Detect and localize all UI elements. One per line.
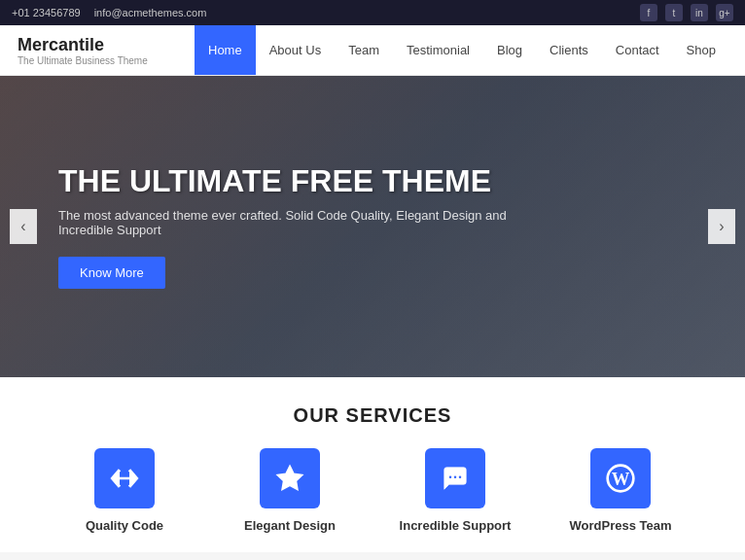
incredible-support-icon: [425, 448, 485, 508]
hero-section: ‹ THE ULTIMATE FREE THEME The most advan…: [0, 76, 745, 377]
main-nav: Home About Us Team Testimonial Blog Clie…: [195, 25, 729, 75]
nav-testimonial[interactable]: Testimonial: [393, 25, 483, 75]
brand: Mercantile The Ultimate Business Theme: [0, 25, 195, 75]
linkedin-icon[interactable]: in: [691, 4, 708, 21]
svg-text:W: W: [612, 469, 630, 489]
svg-point-3: [454, 476, 457, 479]
nav-blog[interactable]: Blog: [483, 25, 536, 75]
hero-prev-button[interactable]: ‹: [10, 209, 37, 244]
services-title: OUR SERVICES: [19, 404, 726, 427]
elegant-design-icon: [260, 448, 320, 508]
nav-contact[interactable]: Contact: [602, 25, 673, 75]
twitter-icon[interactable]: t: [665, 4, 683, 21]
phone-number: +01 23456789: [12, 7, 81, 18]
social-icons: f t in g+: [640, 4, 733, 21]
svg-marker-1: [278, 467, 302, 490]
svg-point-2: [449, 476, 452, 479]
header: Mercantile The Ultimate Business Theme H…: [0, 25, 745, 76]
hero-title: THE ULTIMATE FREE THEME: [58, 164, 525, 198]
quality-code-label: Quality Code: [86, 518, 163, 533]
nav-shop[interactable]: Shop: [673, 25, 729, 75]
top-bar-contact: +01 23456789 info@acmethemes.com: [12, 7, 206, 18]
nav-clients[interactable]: Clients: [536, 25, 602, 75]
service-quality-code: Quality Code: [61, 448, 188, 533]
hero-cta-button[interactable]: Know More: [58, 257, 165, 289]
email-address: info@acmethemes.com: [94, 7, 207, 18]
nav-team[interactable]: Team: [335, 25, 393, 75]
top-bar: +01 23456789 info@acmethemes.com f t in …: [0, 0, 745, 25]
nav-home[interactable]: Home: [195, 25, 256, 75]
services-grid: Quality Code Elegant Design Incredible S…: [19, 448, 726, 533]
services-section: OUR SERVICES Quality Code Elegant Design: [0, 377, 745, 552]
incredible-support-label: Incredible Support: [400, 518, 512, 533]
quality-code-icon: [94, 448, 155, 508]
hero-content: THE ULTIMATE FREE THEME The most advance…: [0, 164, 584, 289]
hero-next-button[interactable]: ›: [708, 209, 735, 244]
facebook-icon[interactable]: f: [640, 4, 657, 21]
service-incredible-support: Incredible Support: [392, 448, 518, 533]
service-wordpress-team: W WordPress Team: [557, 448, 684, 533]
hero-subtitle: The most advanced theme ever crafted. So…: [58, 208, 525, 237]
brand-name: Mercantile: [18, 35, 177, 55]
svg-point-4: [459, 476, 462, 479]
nav-about[interactable]: About Us: [256, 25, 335, 75]
googleplus-icon[interactable]: g+: [716, 4, 733, 21]
wordpress-team-label: WordPress Team: [569, 518, 671, 533]
brand-tagline: The Ultimate Business Theme: [18, 55, 177, 66]
elegant-design-label: Elegant Design: [244, 518, 336, 533]
wordpress-team-icon: W: [590, 448, 651, 508]
service-elegant-design: Elegant Design: [227, 448, 353, 533]
